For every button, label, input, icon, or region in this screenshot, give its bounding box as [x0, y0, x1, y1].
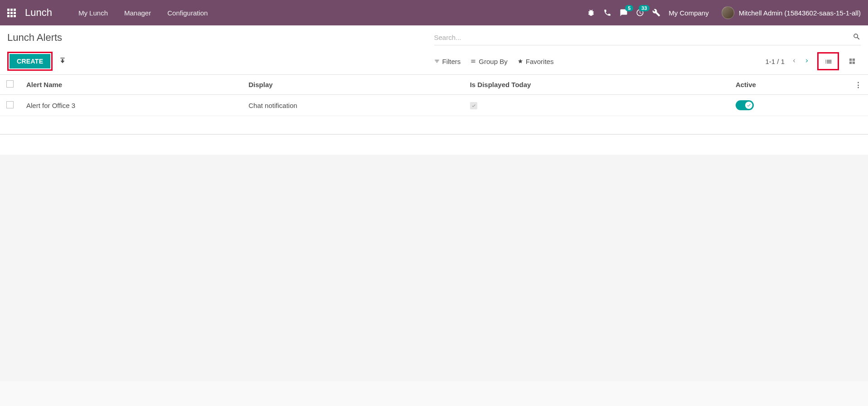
active-toggle[interactable]: [736, 100, 754, 110]
activities-icon[interactable]: 33: [636, 9, 644, 17]
control-panel: Lunch Alerts CREATE Filters: [0, 25, 868, 75]
navbar-right: 5 33 My Company Mitchell Admin (15843602…: [587, 6, 861, 19]
check-icon: [470, 102, 477, 109]
messages-icon[interactable]: 5: [620, 9, 628, 17]
select-all-checkbox[interactable]: [6, 80, 14, 88]
search-input[interactable]: [434, 32, 853, 43]
pager-prev[interactable]: [791, 58, 797, 65]
export-button[interactable]: [57, 55, 68, 68]
favorites-label: Favorites: [526, 58, 554, 65]
avatar: [722, 6, 734, 19]
column-display[interactable]: Display: [242, 75, 463, 95]
column-options[interactable]: ⋮: [849, 75, 868, 95]
app-brand[interactable]: Lunch: [25, 7, 52, 19]
menu-manager[interactable]: Manager: [116, 0, 159, 25]
page-title: Lunch Alerts: [7, 32, 62, 44]
navbar-left: Lunch My Lunch Manager Configuration: [7, 0, 216, 25]
bug-icon[interactable]: [587, 9, 595, 17]
footer-spacer: [0, 135, 868, 155]
column-active[interactable]: Active: [729, 75, 849, 95]
column-alert-name[interactable]: Alert Name: [20, 75, 242, 95]
user-name: Mitchell Admin (15843602-saas-15-1-all): [739, 9, 861, 17]
user-menu[interactable]: Mitchell Admin (15843602-saas-15-1-all): [722, 6, 861, 19]
main-navbar: Lunch My Lunch Manager Configuration 5 3…: [0, 0, 868, 25]
search-container: [434, 32, 861, 45]
company-selector[interactable]: My Company: [669, 9, 708, 17]
search-icon[interactable]: [853, 33, 861, 42]
favorites-button[interactable]: Favorites: [518, 58, 554, 65]
pager: 1-1 / 1: [765, 58, 810, 65]
menu-configuration[interactable]: Configuration: [159, 0, 216, 25]
activities-badge: 33: [639, 5, 650, 11]
groupby-button[interactable]: Group By: [470, 58, 507, 65]
list-view-highlight: [817, 52, 839, 70]
table-header-row: Alert Name Display Is Displayed Today Ac…: [0, 75, 868, 95]
table-row[interactable]: Alert for Office 3 Chat notification: [0, 95, 868, 116]
cell-is-displayed-today: [464, 95, 729, 116]
list-view: Alert Name Display Is Displayed Today Ac…: [0, 75, 868, 135]
filters-label: Filters: [442, 58, 461, 65]
phone-icon[interactable]: [603, 9, 611, 17]
list-view-button[interactable]: [820, 54, 837, 68]
cell-alert-name: Alert for Office 3: [20, 95, 242, 116]
apps-icon[interactable]: [7, 9, 16, 17]
background-area: [0, 155, 868, 382]
create-highlight: CREATE: [7, 52, 53, 71]
column-is-displayed-today[interactable]: Is Displayed Today: [464, 75, 729, 95]
empty-row: [0, 116, 868, 134]
create-button[interactable]: CREATE: [10, 54, 50, 68]
row-checkbox[interactable]: [6, 101, 14, 108]
messages-badge: 5: [625, 5, 633, 11]
pager-next[interactable]: [804, 58, 810, 65]
filters-button[interactable]: Filters: [434, 58, 461, 65]
pager-text[interactable]: 1-1 / 1: [765, 58, 785, 65]
groupby-label: Group By: [479, 58, 507, 65]
cell-display: Chat notification: [242, 95, 463, 116]
tools-icon[interactable]: [652, 9, 660, 17]
kanban-view-button[interactable]: [844, 54, 861, 68]
menu-my-lunch[interactable]: My Lunch: [70, 0, 116, 25]
cell-active: [729, 95, 849, 116]
